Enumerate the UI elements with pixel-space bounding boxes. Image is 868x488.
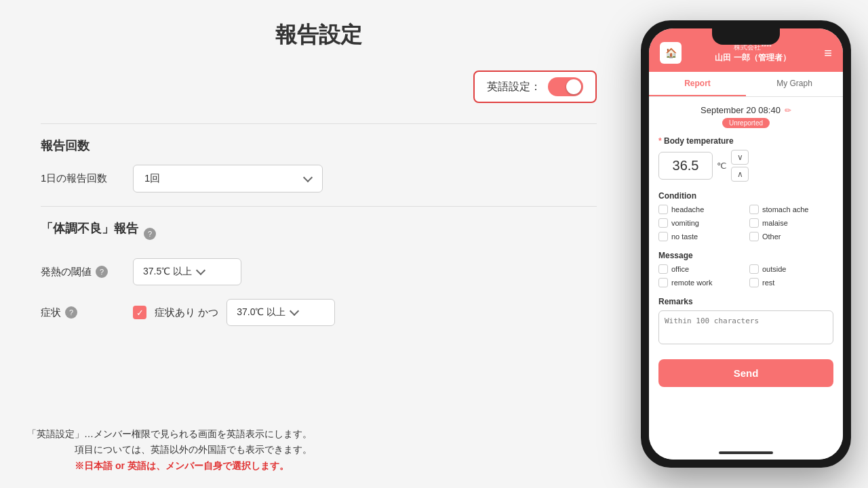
condition-checkbox-headache[interactable] — [658, 205, 668, 214]
condition-checkbox-stomach-ache[interactable] — [749, 205, 759, 214]
fever-threshold-label-group: 発熱の閾値 ? — [41, 266, 122, 279]
message-grid: office outside remote work rest — [658, 264, 833, 287]
message-item-outside: outside — [749, 264, 833, 274]
remarks-input[interactable] — [658, 310, 833, 344]
left-panel: 報告設定 英語設定： 報告回数 1日の報告回数 1回 「体調不良」報告 ? 発熱… — [0, 0, 637, 488]
bottom-note: 「英語設定」…メンバー権限で見られる画面を英語表示にします。 項目については、英… — [27, 426, 637, 474]
temp-unit: ℃ — [717, 161, 727, 171]
message-item-remote-work: remote work — [658, 278, 743, 287]
required-marker: * — [658, 136, 662, 146]
condition-section: Condition headache stomach ache vomit — [658, 191, 833, 241]
message-label-rest: rest — [762, 279, 774, 287]
message-checkbox-rest[interactable] — [749, 278, 759, 287]
phone-menu-icon[interactable]: ≡ — [824, 45, 832, 61]
daily-report-count-label: 1日の報告回数 — [41, 172, 122, 185]
badge-container: Unreported — [658, 118, 833, 128]
report-count-section-title: 報告回数 — [41, 138, 597, 154]
edit-icon[interactable]: ✏ — [785, 106, 791, 115]
message-label-office: office — [671, 265, 689, 273]
condition-item-vomiting: vomiting — [658, 218, 743, 228]
temp-input-row: 36.5 ℃ ∨ ∧ — [658, 150, 833, 182]
section-divider-1 — [41, 123, 597, 124]
symptom-help-icon[interactable]: ? — [65, 306, 77, 319]
symptom-controls-row: 症状あり かつ 37.0℃ 以上 — [133, 299, 335, 326]
phone-screen: 🏠 株式会社**** 山田 一郎（管理者） ≡ Report My Graph — [649, 28, 843, 460]
condition-checkbox-other[interactable] — [749, 232, 759, 241]
symptom-chevron-down-icon — [290, 306, 299, 316]
condition-item-headache: headache — [658, 205, 743, 214]
symptom-text: 症状あり かつ — [155, 306, 218, 319]
english-toggle-switch[interactable] — [548, 77, 583, 96]
symptom-label: 症状 — [41, 306, 61, 319]
message-label-remote-work: remote work — [671, 279, 713, 287]
condition-checkbox-malaise[interactable] — [749, 218, 759, 228]
tab-report[interactable]: Report — [649, 72, 746, 96]
phone-user: 山田 一郎（管理者） — [687, 52, 818, 64]
condition-label-stomach-ache: stomach ache — [762, 205, 808, 214]
app-logo: 🏠 — [660, 42, 682, 64]
condition-label-vomiting: vomiting — [671, 219, 699, 227]
fever-threshold-row: 発熱の閾値 ? 37.5℃ 以上 — [41, 258, 597, 285]
english-toggle-box: 英語設定： — [473, 70, 597, 103]
phone-tabs: Report My Graph — [649, 72, 843, 97]
bottom-bar-line — [719, 451, 773, 454]
daily-report-count-row: 1日の報告回数 1回 — [41, 165, 597, 192]
symptom-threshold-select[interactable]: 37.0℃ 以上 — [226, 299, 335, 326]
fever-threshold-value: 37.5℃ 以上 — [143, 266, 192, 278]
phone-notch — [712, 28, 780, 45]
condition-item-malaise: malaise — [749, 218, 833, 228]
temp-input[interactable]: 36.5 — [658, 152, 713, 180]
phone-content: September 20 08:40 ✏ Unreported * Body t… — [649, 97, 843, 446]
daily-report-count-value: 1回 — [144, 172, 160, 185]
phone-date: September 20 08:40 — [701, 105, 781, 115]
condition-item-no-taste: no taste — [658, 232, 743, 241]
condition-label-headache: headache — [671, 205, 704, 214]
message-label-outside: outside — [762, 265, 786, 273]
temp-up-button[interactable]: ∧ — [731, 167, 749, 182]
page-title: 報告設定 — [41, 20, 597, 50]
condition-checkbox-no-taste[interactable] — [658, 232, 668, 241]
symptom-checkbox[interactable] — [133, 306, 146, 319]
symptom-threshold-value: 37.0℃ 以上 — [237, 306, 285, 319]
condition-label-no-taste: no taste — [671, 232, 698, 241]
phone-date-row: September 20 08:40 ✏ — [658, 105, 833, 115]
english-toggle-row: 英語設定： — [41, 70, 597, 103]
condition-label-other: Other — [762, 232, 781, 241]
note-line-3: ※日本語 or 英語は、メンバー自身で選択します。 — [27, 458, 637, 474]
condition-label-malaise: malaise — [762, 219, 788, 227]
toggle-slider[interactable] — [548, 77, 583, 96]
fever-help-icon[interactable]: ? — [96, 266, 108, 278]
message-item-office: office — [658, 264, 743, 274]
message-label: Message — [658, 251, 833, 260]
send-button[interactable]: Send — [658, 359, 833, 387]
message-checkbox-outside[interactable] — [749, 264, 759, 274]
remarks-section: Remarks — [658, 297, 833, 347]
logo-icon: 🏠 — [665, 47, 677, 58]
daily-report-count-select[interactable]: 1回 — [133, 165, 323, 192]
symptom-label-group: 症状 ? — [41, 306, 122, 319]
message-checkbox-remote-work[interactable] — [658, 278, 668, 287]
message-section: Message office outside remote work — [658, 251, 833, 287]
message-checkbox-office[interactable] — [658, 264, 668, 274]
body-temp-label-text: Body temperature — [664, 136, 734, 146]
condition-item-stomach-ache: stomach ache — [749, 205, 833, 214]
message-item-rest: rest — [749, 278, 833, 287]
select-chevron-down-icon — [303, 172, 313, 182]
condition-label: Condition — [658, 191, 833, 201]
condition-item-other: Other — [749, 232, 833, 241]
phone-mockup: 🏠 株式会社**** 山田 一郎（管理者） ≡ Report My Graph — [641, 20, 851, 468]
temp-down-button[interactable]: ∨ — [731, 150, 749, 165]
condition-checkbox-vomiting[interactable] — [658, 218, 668, 228]
note-line-1: 「英語設定」…メンバー権限で見られる画面を英語表示にします。 — [27, 426, 637, 443]
poor-condition-section-title: 「体調不良」報告 — [41, 220, 138, 237]
remarks-label: Remarks — [658, 297, 833, 306]
temp-controls: ∨ ∧ — [731, 150, 749, 182]
phone-container: 🏠 株式会社**** 山田 一郎（管理者） ≡ Report My Graph — [637, 0, 868, 488]
poor-condition-help-icon[interactable]: ? — [144, 228, 156, 240]
unreported-badge: Unreported — [722, 118, 770, 128]
fever-threshold-label: 発熱の閾値 — [41, 266, 92, 279]
phone-user-info: 株式会社**** 山田 一郎（管理者） — [682, 43, 824, 64]
tab-my-graph[interactable]: My Graph — [746, 72, 843, 96]
fever-threshold-select[interactable]: 37.5℃ 以上 — [133, 258, 241, 285]
note-line-2: 項目については、英語以外の外国語でも表示できます。 — [27, 442, 637, 458]
